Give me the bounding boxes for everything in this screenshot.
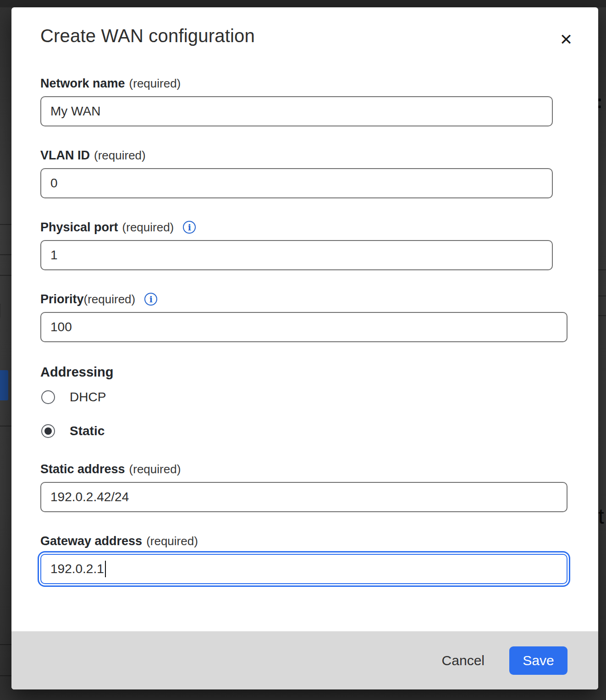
background-text-fragment: : l: [598, 92, 606, 112]
gateway-address-input[interactable]: 192.0.2.1: [40, 554, 567, 584]
text-cursor: [105, 561, 106, 577]
field-vlan-id: VLAN ID (required): [40, 147, 579, 198]
vlan-id-label: VLAN ID: [40, 148, 90, 163]
addressing-section: Addressing DHCP Static: [40, 363, 579, 438]
priority-label: Priority: [40, 292, 84, 306]
field-physical-port: Physical port (required) i: [40, 219, 579, 270]
dimmed-page-overlay: g u : l t ✕ Create WAN configuration Net…: [0, 0, 606, 700]
background-header-strip: [0, 0, 606, 7]
priority-input[interactable]: [40, 312, 567, 342]
field-gateway-address: Gateway address (required) 192.0.2.1: [40, 533, 579, 584]
info-icon-glyph: i: [149, 294, 153, 304]
physical-port-required-hint: (required): [122, 220, 174, 235]
physical-port-label-row: Physical port (required) i: [40, 219, 579, 235]
static-address-input[interactable]: [40, 482, 567, 512]
dhcp-radio-button[interactable]: [41, 390, 55, 404]
network-name-required-hint: (required): [129, 77, 181, 91]
gateway-address-label-row: Gateway address (required): [40, 533, 579, 549]
create-wan-configuration-modal: ✕ Create WAN configuration Network name …: [11, 7, 598, 689]
vlan-id-label-row: VLAN ID (required): [40, 147, 579, 164]
priority-label-row: Priority (required) i: [40, 291, 579, 307]
radio-option-static[interactable]: Static: [41, 424, 579, 438]
modal-title: Create WAN configuration: [40, 25, 579, 47]
field-priority: Priority (required) i: [40, 291, 579, 342]
field-static-address: Static address (required): [40, 461, 579, 512]
background-row-divider: [0, 675, 11, 676]
network-name-input[interactable]: [40, 96, 553, 126]
radio-option-dhcp[interactable]: DHCP: [41, 390, 579, 404]
static-address-label: Static address: [40, 462, 125, 476]
static-radio-button[interactable]: [41, 424, 55, 438]
field-network-name: Network name (required): [40, 75, 579, 126]
gateway-address-value: 192.0.2.1: [50, 562, 104, 576]
save-button[interactable]: Save: [509, 646, 567, 675]
dhcp-radio-label: DHCP: [70, 390, 106, 405]
background-page-fragments-left: g u: [0, 0, 11, 700]
close-icon: ✕: [560, 32, 573, 47]
gateway-address-required-hint: (required): [146, 534, 198, 548]
addressing-heading: Addressing: [40, 363, 579, 381]
network-name-label: Network name: [40, 77, 125, 91]
info-icon[interactable]: i: [183, 221, 196, 234]
vlan-id-input[interactable]: [40, 168, 553, 198]
background-row-divider: [0, 644, 11, 645]
modal-footer: Cancel Save: [11, 631, 598, 689]
physical-port-input[interactable]: [40, 240, 553, 270]
physical-port-label: Physical port: [40, 220, 118, 235]
background-text-fragment: g: [0, 293, 2, 323]
background-row-divider: [0, 224, 11, 225]
background-row-divider: [0, 275, 11, 276]
background-row-divider: [598, 269, 606, 270]
vlan-id-required-hint: (required): [94, 148, 146, 163]
static-address-label-row: Static address (required): [40, 461, 579, 477]
network-name-label-row: Network name (required): [40, 75, 579, 92]
background-row-divider: [0, 426, 11, 427]
cancel-button[interactable]: Cancel: [440, 649, 486, 672]
background-row-divider: [0, 254, 11, 255]
close-button[interactable]: ✕: [556, 29, 576, 49]
static-address-required-hint: (required): [129, 462, 181, 476]
background-row-divider: [598, 295, 606, 296]
background-button-fragment: [0, 370, 8, 400]
background-row-divider: [598, 315, 606, 316]
static-radio-label: Static: [70, 424, 105, 438]
background-text-fragment: t: [598, 504, 604, 529]
gateway-address-label: Gateway address: [40, 534, 142, 548]
info-icon-glyph: i: [188, 222, 191, 232]
background-page-fragments-right: : l t: [598, 0, 606, 700]
info-icon[interactable]: i: [144, 293, 157, 306]
priority-required-hint: (required): [84, 292, 136, 306]
